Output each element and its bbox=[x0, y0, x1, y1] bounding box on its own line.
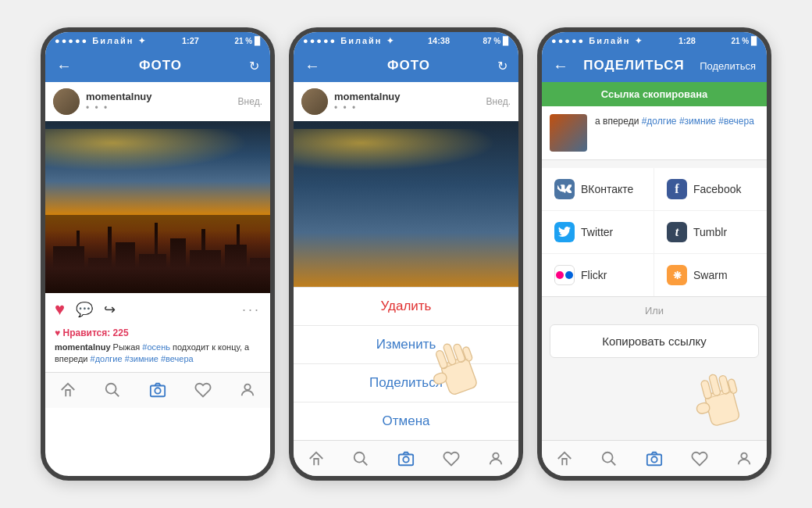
refresh-icon-2[interactable]: ↻ bbox=[497, 59, 508, 73]
status-bar-1: ●●●●● Билайн ✦ 1:27 21 % ▉ bbox=[45, 32, 270, 49]
share-flickr[interactable]: Flickr bbox=[542, 254, 654, 296]
svg-rect-3 bbox=[116, 242, 135, 293]
bottom-nav-3 bbox=[542, 440, 767, 476]
fb-icon: f bbox=[667, 179, 687, 199]
svg-point-34 bbox=[493, 453, 499, 458]
nav-profile-3[interactable] bbox=[730, 448, 758, 470]
tumblr-icon: t bbox=[667, 222, 687, 242]
svg-point-17 bbox=[155, 388, 160, 394]
nav-search-1[interactable] bbox=[98, 379, 126, 401]
photo-1 bbox=[45, 121, 270, 293]
tumblr-label: Tumblr bbox=[693, 226, 727, 238]
nav-home-1[interactable] bbox=[54, 379, 82, 401]
flickr-icon bbox=[554, 265, 575, 285]
back-button-1[interactable]: ← bbox=[56, 57, 72, 75]
preview-text: а впереди #долгие #зимние #вечера bbox=[595, 114, 754, 128]
share-swarm[interactable]: ❋ Swarm bbox=[654, 254, 767, 296]
nav-heart-2[interactable] bbox=[437, 448, 465, 470]
fb-label: Facebook bbox=[693, 183, 741, 195]
share-options-grid: ВКонтакте f Facebook Twitter t Tumblr bbox=[542, 168, 767, 297]
user-row-1: momentalnuy • • • Внед. bbox=[45, 82, 270, 121]
nav-search-2[interactable] bbox=[347, 448, 375, 470]
svg-rect-10 bbox=[108, 227, 112, 293]
phone-3: ●●●●● Билайн ✦ 1:28 21 % ▉ ← ПОДЕЛИТЬСЯ … bbox=[537, 27, 771, 481]
svg-rect-2 bbox=[88, 258, 112, 293]
user-row-2: momentalnuy • • • Внед. bbox=[294, 82, 518, 121]
time-1: 1:27 bbox=[182, 36, 199, 45]
menu-edit[interactable]: Изменить bbox=[294, 326, 518, 364]
carrier-1: ●●●●● Билайн ✦ bbox=[55, 36, 147, 46]
like-icon-1[interactable]: ♥ bbox=[55, 299, 65, 320]
nav-home-3[interactable] bbox=[550, 448, 579, 470]
copy-link-button[interactable]: Копировать ссылку bbox=[550, 324, 759, 358]
avatar-1 bbox=[53, 88, 80, 115]
time-ago-2: Внед. bbox=[486, 96, 511, 107]
nav-profile-1[interactable] bbox=[233, 379, 262, 401]
header-1: ← ФОТО ↻ bbox=[45, 49, 270, 82]
menu-cancel[interactable]: Отмена bbox=[294, 402, 518, 440]
tw-icon bbox=[554, 222, 575, 242]
phone-2: ●●●●● Билайн ✦ 14:38 87 % ▉ ← ФОТО ↻ mom… bbox=[289, 27, 523, 481]
time-2: 14:38 bbox=[428, 36, 450, 45]
username-1[interactable]: momentalnuy bbox=[86, 91, 232, 102]
nav-profile-2[interactable] bbox=[482, 448, 510, 470]
svg-rect-9 bbox=[77, 231, 80, 293]
refresh-icon-1[interactable]: ↻ bbox=[249, 59, 259, 73]
nav-heart-3[interactable] bbox=[686, 448, 714, 470]
svg-rect-5 bbox=[170, 238, 186, 293]
nav-home-2[interactable] bbox=[302, 448, 330, 470]
share-icon-1[interactable]: ↪ bbox=[104, 301, 116, 318]
battery-3: 21 % ▉ bbox=[731, 37, 757, 45]
user-dots-2: • • • bbox=[334, 102, 480, 113]
share-screen: Ссылка скопирована а впереди #долгие #зи… bbox=[542, 82, 767, 440]
svg-rect-13 bbox=[237, 224, 240, 293]
menu-share[interactable]: Поделиться bbox=[294, 364, 518, 402]
swarm-icon: ❋ bbox=[667, 265, 687, 285]
username-2[interactable]: momentalnuy bbox=[334, 91, 480, 102]
nav-heart-1[interactable] bbox=[189, 379, 217, 401]
nav-camera-1[interactable] bbox=[144, 379, 172, 401]
svg-point-45 bbox=[651, 456, 657, 462]
preview-thumbnail bbox=[550, 114, 587, 152]
svg-rect-12 bbox=[201, 229, 205, 293]
nav-camera-2[interactable] bbox=[392, 448, 420, 470]
caption-username-1: momentalnuy bbox=[55, 342, 111, 352]
caption-1: ♥ Нравится: 225 momentalnuy Рыжая #осень… bbox=[45, 326, 270, 372]
caption-text-1: momentalnuy Рыжая #осень подходит к конц… bbox=[55, 342, 261, 366]
back-button-3[interactable]: ← bbox=[553, 57, 568, 75]
nav-search-3[interactable] bbox=[595, 448, 623, 470]
share-twitter[interactable]: Twitter bbox=[542, 211, 654, 254]
share-header-btn-3[interactable]: Поделиться bbox=[700, 60, 756, 72]
svg-point-42 bbox=[603, 452, 613, 462]
share-facebook[interactable]: f Facebook bbox=[654, 168, 767, 211]
svg-rect-1 bbox=[53, 246, 84, 293]
back-button-2[interactable]: ← bbox=[304, 57, 320, 75]
bottom-nav-2 bbox=[294, 440, 518, 476]
svg-line-15 bbox=[115, 392, 119, 397]
status-bar-2: ●●●●● Билайн ✦ 14:38 87 % ▉ bbox=[294, 32, 518, 49]
svg-point-18 bbox=[245, 385, 251, 390]
nav-camera-3[interactable] bbox=[640, 448, 668, 470]
user-info-2: momentalnuy • • • bbox=[334, 91, 480, 113]
swarm-label: Swarm bbox=[693, 269, 728, 281]
share-tumblr[interactable]: t Tumblr bbox=[654, 211, 767, 254]
header-2: ← ФОТО ↻ bbox=[294, 49, 518, 82]
user-info-1: momentalnuy • • • bbox=[86, 91, 232, 113]
svg-line-31 bbox=[363, 460, 368, 465]
or-divider: Или bbox=[542, 297, 767, 324]
svg-rect-11 bbox=[155, 223, 158, 293]
share-preview: а впереди #долгие #зимние #вечера bbox=[542, 106, 767, 160]
battery-1: 21 % ▉ bbox=[234, 37, 261, 45]
tw-label: Twitter bbox=[581, 226, 613, 238]
page-title-2: ФОТО bbox=[387, 58, 430, 73]
more-dots-1[interactable]: ··· bbox=[242, 302, 261, 318]
comment-icon-1[interactable]: 💬 bbox=[76, 301, 93, 318]
svg-rect-6 bbox=[190, 250, 221, 293]
bottom-nav-1 bbox=[45, 372, 270, 408]
menu-delete[interactable]: Удалить bbox=[294, 288, 518, 326]
share-vkontakte[interactable]: ВКонтакте bbox=[542, 168, 654, 211]
svg-point-14 bbox=[106, 384, 116, 394]
link-copied-banner: Ссылка скопирована bbox=[542, 82, 767, 106]
avatar-2 bbox=[301, 88, 328, 115]
svg-point-46 bbox=[742, 453, 747, 458]
